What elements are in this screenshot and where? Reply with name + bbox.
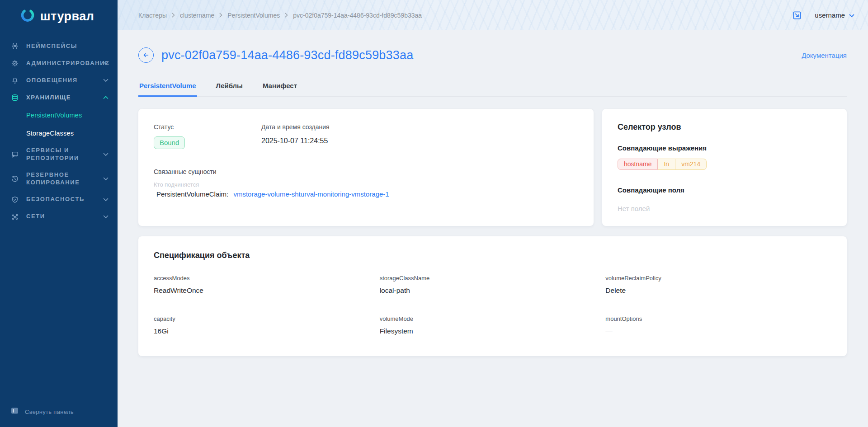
spec-value: Filesystem bbox=[380, 327, 606, 335]
collapse-panel-button[interactable]: Свернуть панель bbox=[0, 398, 118, 427]
network-nodes-icon bbox=[10, 213, 20, 221]
spec-value: 16Gi bbox=[154, 327, 380, 335]
tab-labels[interactable]: Лейблы bbox=[215, 78, 244, 97]
overview-top-row: Статус Bound Дата и время создания 2025-… bbox=[154, 123, 578, 149]
spec-field-mountoptions: mountOptions — bbox=[605, 315, 831, 335]
status-field: Статус Bound bbox=[154, 123, 261, 149]
spec-field-capacity: capacity 16Gi bbox=[154, 315, 380, 335]
status-badge: Bound bbox=[154, 136, 185, 149]
spec-label: accessModes bbox=[154, 275, 380, 282]
breadcrumb-clustername[interactable]: clustername bbox=[180, 12, 214, 19]
spec-value: ReadWriteOnce bbox=[154, 286, 380, 295]
match-fields-label: Совпадающие поля bbox=[618, 186, 831, 194]
spec-field-volumemode: volumeMode Filesystem bbox=[380, 315, 606, 335]
panel-collapse-icon bbox=[11, 407, 19, 416]
shield-check-icon bbox=[10, 196, 20, 204]
owner-label: Кто подчиняется bbox=[154, 181, 578, 188]
sidebar-item-persistentvolumes[interactable]: PersistentVolumes bbox=[0, 106, 118, 124]
spec-value: Delete bbox=[605, 286, 831, 295]
back-button[interactable] bbox=[138, 47, 154, 63]
breadcrumb-persistentvolumes[interactable]: PersistentVolumes bbox=[227, 12, 280, 19]
documentation-link[interactable]: Документация bbox=[802, 52, 847, 59]
brand-name: штурвал bbox=[40, 9, 94, 23]
chevron-up-icon bbox=[103, 96, 108, 99]
overview-card: Статус Bound Дата и время создания 2025-… bbox=[138, 109, 594, 226]
spec-label: volumeReclaimPolicy bbox=[605, 275, 831, 282]
spec-grid: accessModes ReadWriteOnce storageClassNa… bbox=[154, 275, 831, 335]
chevron-right-icon bbox=[219, 12, 222, 19]
database-icon bbox=[10, 94, 20, 102]
sidebar-item-services-repositories[interactable]: СЕРВИСЫ И РЕПОЗИТОРИИ bbox=[0, 142, 118, 167]
breadcrumb: Кластеры clustername PersistentVolumes p… bbox=[138, 12, 422, 19]
owner-kind: PersistentVolumeClaim: bbox=[156, 190, 228, 198]
sidebar-item-administration[interactable]: АДМИНИСТРИРОВАНИЕ bbox=[0, 55, 118, 72]
related-entities-section: Связанные сущности Кто подчиняется Persi… bbox=[154, 168, 578, 198]
sidebar: штурвал НЕЙМСПЕЙСЫ bbox=[0, 0, 118, 427]
sidebar-item-security[interactable]: БЕЗОПАСНОСТЬ bbox=[0, 191, 118, 208]
cards-row: Статус Bound Дата и время создания 2025-… bbox=[138, 109, 847, 226]
sidebar-item-label: СЕРВИСЫ И РЕПОЗИТОРИИ bbox=[26, 147, 95, 162]
spec-field-accessmodes: accessModes ReadWriteOnce bbox=[154, 275, 380, 295]
spec-value: — bbox=[605, 327, 831, 335]
braces-icon bbox=[10, 42, 20, 50]
content-area: pvc-02f0a759-14aa-4486-93cd-fd89c59b33aa… bbox=[118, 30, 868, 427]
spec-label: volumeMode bbox=[380, 315, 606, 322]
sidebar-item-label: ОПОВЕЩЕНИЯ bbox=[26, 77, 78, 84]
node-selector-card: Селектор узлов Совпадающие выражения hos… bbox=[602, 109, 847, 226]
chevron-down-icon bbox=[103, 153, 108, 156]
related-entities-label: Связанные сущности bbox=[154, 168, 578, 175]
spec-label: capacity bbox=[154, 315, 380, 322]
owner-line: PersistentVolumeClaim: vmstorage-volume-… bbox=[154, 190, 578, 198]
username-label: username bbox=[815, 11, 845, 19]
page-header: pvc-02f0a759-14aa-4486-93cd-fd89c59b33aa… bbox=[138, 47, 847, 63]
match-expression-badges: hostname In vm214 bbox=[618, 159, 707, 170]
page-title: pvc-02f0a759-14aa-4486-93cd-fd89c59b33aa bbox=[161, 48, 413, 62]
expression-value-badge: vm214 bbox=[675, 159, 707, 170]
badge-gear-icon bbox=[10, 59, 20, 67]
ship-wheel-logo-icon bbox=[20, 8, 35, 25]
sidebar-item-networks[interactable]: СЕТИ bbox=[0, 208, 118, 225]
sidebar-item-namespaces[interactable]: НЕЙМСПЕЙСЫ bbox=[0, 38, 118, 55]
sidebar-item-alerts[interactable]: ОПОВЕЩЕНИЯ bbox=[0, 72, 118, 89]
brand-logo[interactable]: штурвал bbox=[0, 0, 118, 34]
spec-label: storageClassName bbox=[380, 275, 606, 282]
sidebar-item-backup[interactable]: РЕЗЕРВНОЕ КОПИРОВАНИЕ bbox=[0, 167, 118, 191]
created-field: Дата и время создания 2025-10-07 11:24:5… bbox=[261, 123, 330, 149]
sidebar-item-label: РЕЗЕРВНОЕ КОПИРОВАНИЕ bbox=[26, 171, 95, 187]
chevron-right-icon bbox=[285, 12, 288, 19]
chevron-down-icon bbox=[103, 215, 108, 219]
match-expressions-label: Совпадающие выражения bbox=[618, 144, 831, 152]
status-label: Статус bbox=[154, 123, 261, 131]
pvc-link[interactable]: vmstorage-volume-shturval-monitoring-vms… bbox=[233, 190, 389, 198]
breadcrumb-clusters[interactable]: Кластеры bbox=[138, 12, 167, 19]
tab-manifest[interactable]: Манифест bbox=[262, 78, 298, 97]
created-value: 2025-10-07 11:24:55 bbox=[261, 137, 330, 145]
sidebar-item-label: БЕЗОПАСНОСТЬ bbox=[26, 196, 85, 203]
sidebar-item-storage[interactable]: ХРАНИЛИЩЕ bbox=[0, 89, 118, 106]
spec-card: Спецификация объекта accessModes ReadWri… bbox=[138, 236, 847, 356]
spec-value: local-path bbox=[380, 286, 606, 295]
node-selector-title: Селектор узлов bbox=[618, 122, 831, 132]
sidebar-item-label: СЕТИ bbox=[26, 213, 45, 221]
topbar: Кластеры clustername PersistentVolumes p… bbox=[118, 0, 868, 30]
spec-title: Спецификация объекта bbox=[154, 251, 831, 260]
tabs-bar: PersistentVolume Лейблы Манифест bbox=[138, 78, 847, 97]
sidebar-item-storageclasses[interactable]: StorageClasses bbox=[0, 124, 118, 142]
sidebar-item-label: ХРАНИЛИЩЕ bbox=[26, 94, 71, 102]
arrow-in-square-icon[interactable] bbox=[792, 10, 802, 20]
sidebar-nav: НЕЙМСПЕЙСЫ АДМИНИСТРИРОВАНИЕ bbox=[0, 34, 118, 398]
chevron-down-icon bbox=[103, 198, 108, 202]
chevron-down-icon bbox=[849, 11, 854, 19]
history-clock-icon bbox=[10, 175, 20, 183]
sidebar-item-label: АДМИНИСТРИРОВАНИЕ bbox=[26, 60, 95, 67]
chevron-down-icon bbox=[103, 79, 108, 82]
tab-persistentvolume[interactable]: PersistentVolume bbox=[138, 78, 197, 97]
spec-field-volumereclaimpolicy: volumeReclaimPolicy Delete bbox=[605, 275, 831, 295]
user-menu[interactable]: username bbox=[815, 11, 854, 19]
spec-field-storageclassname: storageClassName local-path bbox=[380, 275, 606, 295]
chevron-down-icon bbox=[103, 61, 108, 65]
expression-key-badge: hostname bbox=[618, 159, 658, 170]
chevron-down-icon bbox=[103, 177, 108, 181]
topbar-right: username bbox=[792, 10, 854, 20]
chevron-right-icon bbox=[172, 12, 175, 19]
